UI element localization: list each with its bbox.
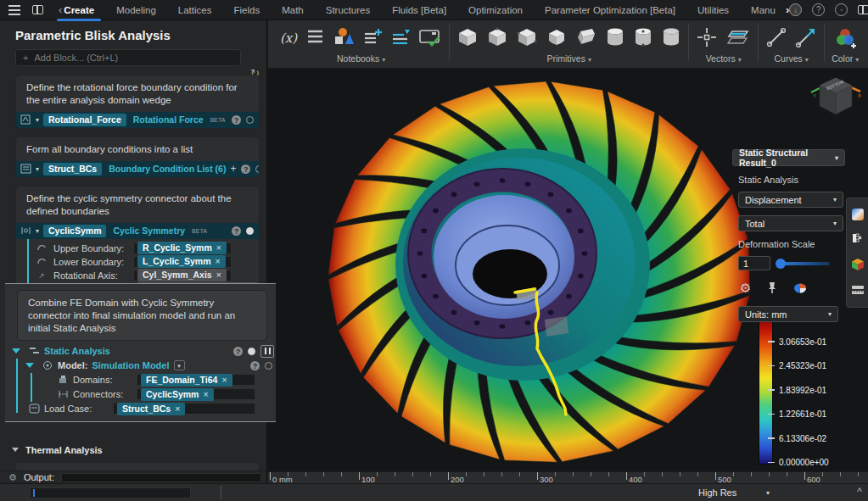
- box-points-primitive-icon[interactable]: [516, 26, 538, 50]
- model-dropdown-caret[interactable]: ▾: [174, 360, 185, 370]
- block-name-chip[interactable]: Struct_BCs: [43, 163, 102, 175]
- rounded-box-primitive-icon[interactable]: [546, 26, 568, 50]
- collapse-panel-icon[interactable]: ^: [853, 486, 866, 498]
- group-collapse-icon[interactable]: [12, 448, 19, 452]
- block-name-chip[interactable]: CyclicSymm: [43, 225, 106, 237]
- value-chip[interactable]: R_Cyclic_Symm×: [137, 242, 227, 254]
- remove-chip-icon[interactable]: ×: [175, 404, 180, 414]
- navigation-cube[interactable]: BOTTOM Y X: [809, 74, 862, 126]
- sidebar-toggle-icon[interactable]: [32, 5, 43, 14]
- shapes-list-icon[interactable]: [333, 26, 355, 50]
- component-dropdown[interactable]: Total ▾: [738, 215, 843, 231]
- value-chip[interactable]: Cyl_Symm_Axis×: [137, 269, 227, 281]
- vectors-group-label[interactable]: Vectors▾: [706, 53, 742, 64]
- remove-chip-icon[interactable]: ×: [216, 270, 221, 280]
- value-chip[interactable]: FE_Domain_Ti64×: [141, 374, 232, 387]
- collapse-model-icon[interactable]: [25, 363, 34, 368]
- point-vector-icon[interactable]: [696, 26, 718, 50]
- block-row-cyclic-symm[interactable]: ▾ CyclicSymm Cyclic Symmetry BETA ?: [16, 223, 259, 239]
- wedge-primitive-icon[interactable]: [575, 26, 597, 50]
- function-icon[interactable]: (x): [280, 31, 297, 46]
- tab-utilities[interactable]: Utilities: [696, 1, 731, 19]
- tab-manufacturing[interactable]: Manu: [749, 1, 777, 19]
- tab-create[interactable]: Create: [62, 1, 96, 19]
- color-group-label[interactable]: Color▾: [832, 53, 859, 64]
- block-state-icon[interactable]: [246, 116, 254, 124]
- tab-fluids[interactable]: Fluids [Beta]: [390, 1, 448, 19]
- colored-cube-icon[interactable]: [851, 258, 865, 273]
- tab-structures[interactable]: Structures: [324, 1, 372, 19]
- line-segment-icon[interactable]: [765, 26, 787, 50]
- add-item-icon[interactable]: +: [230, 163, 236, 175]
- measure-ruler-icon[interactable]: [851, 285, 865, 297]
- block-row-rotational-force[interactable]: ▾ Rotational_Force Rotational Force BETA…: [16, 112, 259, 128]
- remove-chip-icon[interactable]: ×: [221, 375, 227, 385]
- chevron-down-icon[interactable]: ▾: [36, 116, 39, 124]
- deformation-scale-slider[interactable]: [777, 262, 830, 265]
- field-input[interactable]: FE_Domain_Ti64×: [137, 374, 255, 386]
- chevron-down-icon[interactable]: ▾: [36, 165, 39, 173]
- mesh-toggle-icon[interactable]: [851, 232, 865, 246]
- remove-chip-icon[interactable]: ×: [203, 389, 208, 399]
- tab-lattices[interactable]: Lattices: [176, 1, 214, 19]
- pause-button[interactable]: [260, 345, 274, 358]
- collapse-block-icon[interactable]: [12, 348, 20, 353]
- viewport-3d[interactable]: BOTTOM Y X Static Structural Result_0 ▾ …: [268, 69, 868, 471]
- list-icon[interactable]: [305, 27, 325, 49]
- block-help-icon[interactable]: ?: [233, 347, 243, 356]
- deformation-scale-input[interactable]: 1: [738, 256, 770, 270]
- pin-icon[interactable]: [766, 281, 778, 296]
- tab-modeling[interactable]: Modeling: [115, 1, 158, 19]
- gear-icon[interactable]: ⚙: [8, 472, 17, 483]
- block-row-struct-bcs[interactable]: ▾ Struct_BCs Boundary Condition List (6)…: [16, 161, 259, 177]
- block-help-icon[interactable]: ?: [232, 226, 241, 236]
- field-input[interactable]: R_Cyclic_Symm×: [133, 242, 232, 254]
- colormap-settings-icon[interactable]: [793, 281, 808, 296]
- value-chip[interactable]: Struct_BCs×: [117, 403, 185, 415]
- slider-handle[interactable]: [776, 259, 786, 269]
- primitives-group-label[interactable]: Primitives▾: [546, 53, 591, 64]
- tab-optimization[interactable]: Optimization: [467, 1, 524, 19]
- box-primitive-icon[interactable]: [456, 26, 479, 50]
- curves-group-label[interactable]: Curves▾: [775, 53, 809, 64]
- layout-toggle-icon[interactable]: [858, 5, 868, 14]
- download-icon[interactable]: ↓: [789, 3, 802, 16]
- block-name-chip[interactable]: Rotational_Force: [43, 114, 126, 126]
- render-quality-dropdown[interactable]: High Res ▾: [692, 484, 776, 501]
- model-dropdown[interactable]: Simulation Model: [92, 360, 169, 370]
- block-state-icon[interactable]: [246, 227, 254, 235]
- field-input[interactable]: L_Cyclic_Symm×: [133, 256, 232, 268]
- block-help-icon[interactable]: ?: [250, 361, 260, 370]
- block-row-static-analysis[interactable]: Static Analysis ?: [5, 344, 276, 359]
- remove-chip-icon[interactable]: ×: [216, 242, 221, 253]
- block-state-icon[interactable]: [255, 165, 260, 173]
- capsule-primitive-icon[interactable]: [661, 26, 681, 50]
- box-corner-primitive-icon[interactable]: [486, 26, 508, 50]
- cylinder-primitive-icon[interactable]: [605, 26, 625, 50]
- block-help-icon[interactable]: ?: [232, 115, 241, 125]
- plane-vector-icon[interactable]: [725, 26, 751, 50]
- block-help-icon[interactable]: ?: [241, 164, 250, 174]
- hamburger-menu-icon[interactable]: [8, 5, 20, 15]
- tab-parameter-optimization[interactable]: Parameter Optimization [Beta]: [543, 1, 677, 19]
- field-input[interactable]: Cyl_Symm_Axis×: [133, 270, 232, 281]
- block-state-icon[interactable]: [248, 348, 255, 355]
- value-chip[interactable]: L_Cyclic_Symm×: [137, 255, 226, 268]
- field-input[interactable]: Struct_BCs×: [113, 403, 255, 415]
- thermal-analysis-group[interactable]: Thermal Analysis: [0, 438, 266, 462]
- result-type-dropdown[interactable]: Displacement ▾: [738, 192, 843, 208]
- result-selector[interactable]: Static Structural Result_0 ▾: [732, 149, 845, 166]
- remove-chip-icon[interactable]: ×: [216, 256, 221, 266]
- validate-notebook-icon[interactable]: [418, 27, 442, 49]
- status-input[interactable]: [30, 487, 191, 498]
- tab-fields[interactable]: Fields: [232, 1, 261, 19]
- colormap-toggle-icon[interactable]: [852, 209, 864, 220]
- chevron-down-icon[interactable]: ▾: [36, 227, 39, 235]
- line-direction-icon[interactable]: [795, 26, 817, 50]
- units-dropdown[interactable]: Units: mm ▾: [738, 306, 838, 322]
- extract-from-list-icon[interactable]: [390, 27, 411, 49]
- output-input[interactable]: [61, 473, 261, 482]
- block-state-icon[interactable]: [265, 362, 272, 370]
- add-block-input[interactable]: + Add Block... (Ctrl+L): [15, 49, 241, 66]
- notebooks-group-label[interactable]: Notebooks▾: [337, 53, 385, 64]
